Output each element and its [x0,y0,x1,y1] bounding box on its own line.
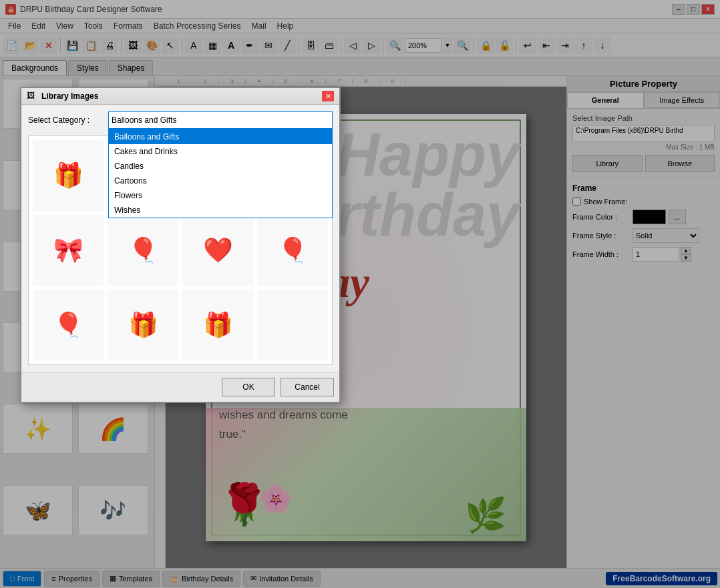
image-cell-7[interactable]: ❤️ [182,215,253,286]
image-cell-9[interactable]: 🎈 [33,290,104,360]
image-cell-5[interactable]: 🎀 [33,215,104,286]
library-dialog: 🖼 Library Images ✕ Select Category : Bal… [20,87,341,403]
category-row: Select Category : Balloons and Gifts Cak… [28,111,333,129]
dialog-footer: OK Cancel [21,372,339,402]
dropdown-item-cakes[interactable]: Cakes and Drinks [109,144,332,159]
image-cell-11[interactable]: 🎁 [182,290,253,360]
category-dropdown-list: Balloons and Gifts Cakes and Drinks Cand… [108,129,333,218]
category-label: Select Category : [28,115,108,125]
dialog-cancel-button[interactable]: Cancel [281,378,334,396]
dropdown-item-balloons[interactable]: Balloons and Gifts [109,129,332,144]
dialog-body: Select Category : Balloons and Gifts Cak… [21,105,339,372]
dialog-close-button[interactable]: ✕ [322,91,334,101]
dropdown-item-wishes[interactable]: Wishes [109,203,332,218]
category-select-wrapper: Balloons and Gifts Cakes and Drinks Cand… [108,111,333,129]
image-cell-8[interactable]: 🎈 [257,215,328,286]
dropdown-item-flowers[interactable]: Flowers [109,188,332,203]
image-cell-1[interactable]: 🎁 [33,140,104,211]
category-select[interactable]: Balloons and Gifts Cakes and Drinks Cand… [108,111,333,129]
image-cell-6[interactable]: 🎈 [108,215,178,286]
dialog-icon: 🖼 [27,91,37,101]
dropdown-item-candles[interactable]: Candles [109,159,332,174]
image-cell-12[interactable] [257,290,328,360]
modal-overlay: 🖼 Library Images ✕ Select Category : Bal… [0,0,720,588]
dialog-title-text: Library Images [41,91,322,101]
dialog-title-bar: 🖼 Library Images ✕ [21,88,339,105]
image-cell-10[interactable]: 🎁 [108,290,178,360]
dialog-ok-button[interactable]: OK [222,378,275,396]
dropdown-item-cartoons[interactable]: Cartoons [109,174,332,188]
